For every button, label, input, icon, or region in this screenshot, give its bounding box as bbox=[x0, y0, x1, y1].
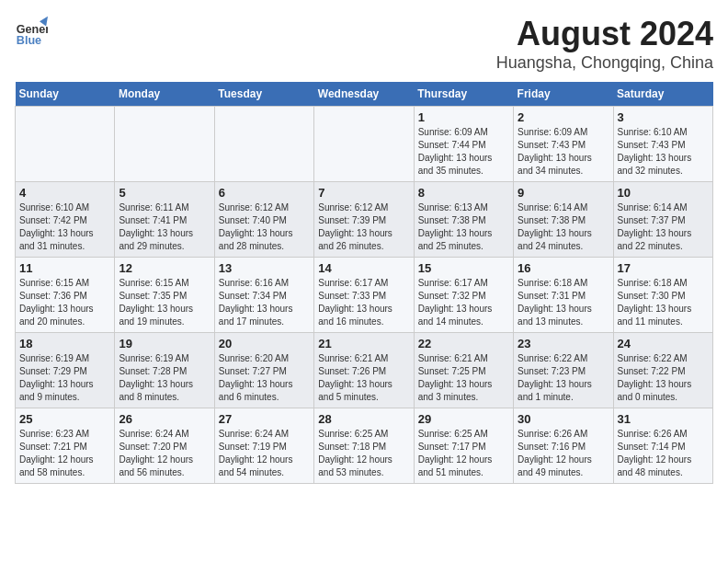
day-info: Sunrise: 6:25 AM Sunset: 7:17 PM Dayligh… bbox=[418, 428, 509, 479]
day-info: Sunrise: 6:16 AM Sunset: 7:34 PM Dayligh… bbox=[219, 277, 310, 328]
day-number: 12 bbox=[119, 261, 210, 275]
day-info: Sunrise: 6:10 AM Sunset: 7:43 PM Dayligh… bbox=[618, 126, 709, 178]
day-number: 3 bbox=[618, 110, 709, 124]
page-subtitle: Huangsha, Chongqing, China bbox=[496, 53, 713, 73]
day-number: 26 bbox=[119, 412, 210, 426]
day-number: 15 bbox=[418, 261, 509, 275]
calendar-cell: 25Sunrise: 6:23 AM Sunset: 7:21 PM Dayli… bbox=[16, 408, 115, 484]
day-info: Sunrise: 6:14 AM Sunset: 7:37 PM Dayligh… bbox=[618, 201, 709, 253]
calendar-cell: 17Sunrise: 6:18 AM Sunset: 7:30 PM Dayli… bbox=[613, 258, 712, 333]
calendar-cell: 21Sunrise: 6:21 AM Sunset: 7:26 PM Dayli… bbox=[314, 333, 414, 408]
calendar-cell bbox=[314, 107, 414, 182]
day-info: Sunrise: 6:11 AM Sunset: 7:41 PM Dayligh… bbox=[119, 201, 210, 253]
calendar-cell bbox=[16, 107, 115, 182]
calendar-cell: 11Sunrise: 6:15 AM Sunset: 7:36 PM Dayli… bbox=[16, 258, 115, 333]
calendar-cell: 12Sunrise: 6:15 AM Sunset: 7:35 PM Dayli… bbox=[115, 258, 214, 333]
calendar-week-row: 25Sunrise: 6:23 AM Sunset: 7:21 PM Dayli… bbox=[16, 408, 713, 484]
day-number: 30 bbox=[518, 412, 609, 426]
day-number: 14 bbox=[318, 261, 409, 275]
page-header: General Blue August 2024 Huangsha, Chong… bbox=[15, 15, 713, 73]
logo: General Blue bbox=[15, 15, 48, 48]
calendar-cell: 22Sunrise: 6:21 AM Sunset: 7:25 PM Dayli… bbox=[414, 333, 513, 408]
day-number: 10 bbox=[618, 186, 709, 200]
day-number: 28 bbox=[318, 412, 409, 426]
day-info: Sunrise: 6:12 AM Sunset: 7:40 PM Dayligh… bbox=[219, 201, 310, 253]
day-info: Sunrise: 6:10 AM Sunset: 7:42 PM Dayligh… bbox=[19, 201, 110, 253]
day-number: 11 bbox=[19, 261, 110, 275]
calendar-cell: 23Sunrise: 6:22 AM Sunset: 7:23 PM Dayli… bbox=[514, 333, 613, 408]
day-info: Sunrise: 6:26 AM Sunset: 7:14 PM Dayligh… bbox=[618, 428, 709, 479]
day-number: 29 bbox=[418, 412, 509, 426]
day-number: 17 bbox=[618, 261, 709, 275]
day-info: Sunrise: 6:09 AM Sunset: 7:44 PM Dayligh… bbox=[418, 126, 509, 178]
weekday-header: Saturday bbox=[613, 82, 712, 107]
day-number: 2 bbox=[518, 110, 609, 124]
calendar-cell: 4Sunrise: 6:10 AM Sunset: 7:42 PM Daylig… bbox=[16, 182, 115, 258]
calendar-cell: 14Sunrise: 6:17 AM Sunset: 7:33 PM Dayli… bbox=[314, 258, 414, 333]
day-number: 4 bbox=[19, 186, 110, 200]
day-info: Sunrise: 6:22 AM Sunset: 7:23 PM Dayligh… bbox=[518, 352, 609, 404]
calendar-cell: 18Sunrise: 6:19 AM Sunset: 7:29 PM Dayli… bbox=[16, 333, 115, 408]
day-info: Sunrise: 6:14 AM Sunset: 7:38 PM Dayligh… bbox=[518, 201, 609, 253]
day-info: Sunrise: 6:17 AM Sunset: 7:32 PM Dayligh… bbox=[418, 277, 509, 328]
weekday-header-row: SundayMondayTuesdayWednesdayThursdayFrid… bbox=[16, 82, 713, 107]
calendar-cell: 7Sunrise: 6:12 AM Sunset: 7:39 PM Daylig… bbox=[314, 182, 414, 258]
calendar-cell: 26Sunrise: 6:24 AM Sunset: 7:20 PM Dayli… bbox=[115, 408, 214, 484]
svg-text:Blue: Blue bbox=[17, 34, 41, 47]
day-info: Sunrise: 6:15 AM Sunset: 7:36 PM Dayligh… bbox=[19, 277, 110, 328]
calendar-cell bbox=[115, 107, 214, 182]
day-number: 20 bbox=[219, 337, 310, 350]
day-number: 9 bbox=[518, 186, 609, 200]
weekday-header: Sunday bbox=[16, 82, 115, 107]
calendar-cell: 10Sunrise: 6:14 AM Sunset: 7:37 PM Dayli… bbox=[613, 182, 712, 258]
day-number: 16 bbox=[518, 261, 609, 275]
calendar-cell: 6Sunrise: 6:12 AM Sunset: 7:40 PM Daylig… bbox=[214, 182, 313, 258]
day-number: 25 bbox=[19, 412, 110, 426]
day-info: Sunrise: 6:24 AM Sunset: 7:19 PM Dayligh… bbox=[219, 428, 310, 479]
day-info: Sunrise: 6:24 AM Sunset: 7:20 PM Dayligh… bbox=[119, 428, 210, 479]
day-number: 24 bbox=[618, 337, 709, 350]
calendar-cell: 5Sunrise: 6:11 AM Sunset: 7:41 PM Daylig… bbox=[115, 182, 214, 258]
day-number: 31 bbox=[618, 412, 709, 426]
day-info: Sunrise: 6:21 AM Sunset: 7:26 PM Dayligh… bbox=[318, 352, 409, 404]
calendar-cell: 19Sunrise: 6:19 AM Sunset: 7:28 PM Dayli… bbox=[115, 333, 214, 408]
day-info: Sunrise: 6:21 AM Sunset: 7:25 PM Dayligh… bbox=[418, 352, 509, 404]
calendar-cell: 2Sunrise: 6:09 AM Sunset: 7:43 PM Daylig… bbox=[514, 107, 613, 182]
day-info: Sunrise: 6:18 AM Sunset: 7:30 PM Dayligh… bbox=[618, 277, 709, 328]
day-info: Sunrise: 6:18 AM Sunset: 7:31 PM Dayligh… bbox=[518, 277, 609, 328]
title-block: August 2024 Huangsha, Chongqing, China bbox=[496, 15, 713, 73]
logo-icon: General Blue bbox=[15, 15, 48, 48]
calendar-cell: 28Sunrise: 6:25 AM Sunset: 7:18 PM Dayli… bbox=[314, 408, 414, 484]
weekday-header: Friday bbox=[514, 82, 613, 107]
calendar-cell: 31Sunrise: 6:26 AM Sunset: 7:14 PM Dayli… bbox=[613, 408, 712, 484]
day-number: 1 bbox=[418, 110, 509, 124]
day-number: 5 bbox=[119, 186, 210, 200]
day-info: Sunrise: 6:17 AM Sunset: 7:33 PM Dayligh… bbox=[318, 277, 409, 328]
calendar-cell: 3Sunrise: 6:10 AM Sunset: 7:43 PM Daylig… bbox=[613, 107, 712, 182]
day-number: 7 bbox=[318, 186, 409, 200]
day-number: 22 bbox=[418, 337, 509, 350]
day-number: 19 bbox=[119, 337, 210, 350]
calendar-cell: 20Sunrise: 6:20 AM Sunset: 7:27 PM Dayli… bbox=[214, 333, 313, 408]
calendar-week-row: 1Sunrise: 6:09 AM Sunset: 7:44 PM Daylig… bbox=[16, 107, 713, 182]
weekday-header: Monday bbox=[115, 82, 214, 107]
day-info: Sunrise: 6:15 AM Sunset: 7:35 PM Dayligh… bbox=[119, 277, 210, 328]
calendar-cell: 27Sunrise: 6:24 AM Sunset: 7:19 PM Dayli… bbox=[214, 408, 313, 484]
day-number: 27 bbox=[219, 412, 310, 426]
calendar-cell bbox=[214, 107, 313, 182]
weekday-header: Thursday bbox=[414, 82, 513, 107]
calendar-cell: 15Sunrise: 6:17 AM Sunset: 7:32 PM Dayli… bbox=[414, 258, 513, 333]
weekday-header: Wednesday bbox=[314, 82, 414, 107]
day-info: Sunrise: 6:20 AM Sunset: 7:27 PM Dayligh… bbox=[219, 352, 310, 404]
day-info: Sunrise: 6:13 AM Sunset: 7:38 PM Dayligh… bbox=[418, 201, 509, 253]
calendar-cell: 1Sunrise: 6:09 AM Sunset: 7:44 PM Daylig… bbox=[414, 107, 513, 182]
day-info: Sunrise: 6:09 AM Sunset: 7:43 PM Dayligh… bbox=[518, 126, 609, 178]
calendar-week-row: 18Sunrise: 6:19 AM Sunset: 7:29 PM Dayli… bbox=[16, 333, 713, 408]
calendar-cell: 9Sunrise: 6:14 AM Sunset: 7:38 PM Daylig… bbox=[514, 182, 613, 258]
day-info: Sunrise: 6:19 AM Sunset: 7:28 PM Dayligh… bbox=[119, 352, 210, 404]
day-info: Sunrise: 6:23 AM Sunset: 7:21 PM Dayligh… bbox=[19, 428, 110, 479]
calendar-cell: 24Sunrise: 6:22 AM Sunset: 7:22 PM Dayli… bbox=[613, 333, 712, 408]
day-number: 6 bbox=[219, 186, 310, 200]
calendar-cell: 29Sunrise: 6:25 AM Sunset: 7:17 PM Dayli… bbox=[414, 408, 513, 484]
calendar-cell: 16Sunrise: 6:18 AM Sunset: 7:31 PM Dayli… bbox=[514, 258, 613, 333]
